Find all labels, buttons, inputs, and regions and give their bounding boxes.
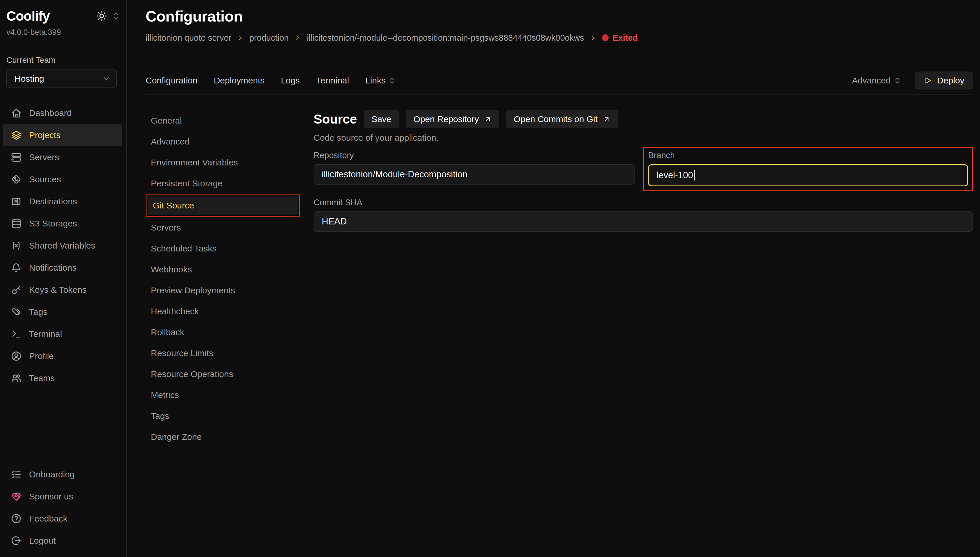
sidebar-item-label: Terminal [29, 329, 62, 339]
checklist-icon [11, 469, 21, 480]
tags-icon [11, 307, 21, 317]
git-source-icon [11, 174, 21, 185]
open-repository-button[interactable]: Open Repository [406, 110, 499, 128]
sidebar-item-teams[interactable]: Teams [7, 367, 120, 389]
save-button[interactable]: Save [364, 110, 399, 128]
tab-configuration[interactable]: Configuration [146, 76, 197, 85]
sidebar-item-label: Profile [29, 351, 54, 361]
status-text: Exited [613, 33, 638, 43]
theme-sun-icon[interactable] [96, 10, 107, 21]
chevron-right-icon [237, 34, 244, 42]
sidebar-item-label: Dashboard [29, 108, 72, 118]
main-content: Configuration illicitonion quote server … [128, 0, 980, 557]
breadcrumb: illicitonion quote server production ill… [146, 32, 973, 44]
tab-logs[interactable]: Logs [281, 76, 300, 85]
sidebar-item-sponsor-us[interactable]: Sponsor us [7, 485, 120, 508]
sidebar-item-label: Onboarding [29, 469, 75, 479]
bell-icon [11, 262, 21, 273]
sidebar-item-dashboard[interactable]: Dashboard [7, 102, 120, 124]
user-circle-icon [11, 351, 21, 362]
sidebar-item-sources[interactable]: Sources [7, 168, 120, 191]
external-link-icon [484, 116, 492, 123]
sidebar-item-logout[interactable]: Logout [7, 530, 120, 552]
sidebar-item-label: Feedback [29, 514, 67, 524]
sidebar-item-label: Notifications [29, 263, 76, 273]
subnav-item-advanced[interactable]: Advanced [146, 131, 300, 152]
subnav-item-danger-zone[interactable]: Danger Zone [146, 427, 300, 448]
subnav-item-git-source[interactable]: Git Source [148, 197, 297, 215]
app-version: v4.0.0-beta.399 [7, 28, 120, 37]
chevron-down-icon [102, 75, 111, 83]
subnav-item-webhooks[interactable]: Webhooks [146, 259, 300, 280]
repository-input[interactable]: illicitestonion/Module-Decomposition [314, 164, 635, 185]
breadcrumb-project[interactable]: illicitonion quote server [146, 33, 231, 43]
sidebar-item-servers[interactable]: Servers [7, 146, 120, 168]
sidebar-item-label: Servers [29, 152, 59, 162]
key-icon [11, 285, 21, 295]
sidebar-item-onboarding[interactable]: Onboarding [7, 463, 120, 485]
sidebar-item-terminal[interactable]: Terminal [7, 323, 120, 345]
subnav-item-healthcheck[interactable]: Healthcheck [146, 301, 300, 322]
subnav-item-environment-variables[interactable]: Environment Variables [146, 152, 300, 173]
sidebar-item-label: Teams [29, 373, 55, 383]
home-icon [11, 108, 21, 118]
sidebar-item-feedback[interactable]: Feedback [7, 508, 120, 530]
sidebar-item-keys-tokens[interactable]: Keys & Tokens [7, 279, 120, 301]
breadcrumb-environment[interactable]: production [249, 33, 289, 43]
sidebar-item-tags[interactable]: Tags [7, 301, 120, 323]
variables-icon [11, 240, 21, 251]
chevrons-up-down-icon [894, 77, 901, 84]
logout-icon [11, 536, 21, 546]
map-icon [11, 196, 21, 207]
sidebar-item-label: S3 Storages [29, 218, 77, 228]
sidebar-item-profile[interactable]: Profile [7, 345, 120, 367]
section-description: Code source of your application. [314, 133, 973, 143]
tabs-row: Configuration Deployments Logs Terminal … [146, 72, 973, 90]
sidebar-item-label: Keys & Tokens [29, 285, 87, 295]
help-circle-icon [11, 513, 21, 524]
git-source-annotation-box: Git Source [146, 194, 300, 217]
terminal-icon [11, 329, 21, 339]
subnav-item-tags[interactable]: Tags [146, 406, 300, 427]
users-icon [11, 373, 21, 383]
page-title: Configuration [146, 8, 973, 24]
play-icon [923, 76, 932, 85]
subnav-item-resource-limits[interactable]: Resource Limits [146, 343, 300, 364]
team-select[interactable]: Hosting [7, 70, 117, 88]
current-team-label: Current Team [7, 55, 120, 65]
tab-links[interactable]: Links [365, 76, 396, 85]
section-title: Source [314, 112, 357, 127]
database-icon [11, 218, 21, 229]
subnav-item-scheduled-tasks[interactable]: Scheduled Tasks [146, 238, 300, 259]
tab-terminal[interactable]: Terminal [316, 76, 349, 85]
status-badge: Exited [602, 33, 638, 43]
subnav-item-servers[interactable]: Servers [146, 217, 300, 238]
subnav-item-metrics[interactable]: Metrics [146, 384, 300, 406]
deploy-button[interactable]: Deploy [915, 72, 973, 90]
open-commits-button[interactable]: Open Commits on Git [506, 110, 618, 128]
advanced-dropdown[interactable]: Advanced [852, 76, 901, 85]
commit-sha-input[interactable]: HEAD [314, 211, 973, 232]
commit-sha-field: Commit SHA HEAD [314, 198, 973, 232]
theme-switcher-chevrons-icon[interactable] [112, 12, 120, 20]
sidebar-item-notifications[interactable]: Notifications [7, 257, 120, 279]
sidebar-item-label: Projects [29, 130, 60, 140]
sidebar-item-shared-variables[interactable]: Shared Variables [7, 235, 120, 257]
branch-annotation-box: Branch level-100 [643, 147, 973, 191]
subnav-item-resource-operations[interactable]: Resource Operations [146, 364, 300, 384]
sidebar-item-projects[interactable]: Projects [3, 124, 122, 146]
subnav-item-preview-deployments[interactable]: Preview Deployments [146, 280, 300, 301]
breadcrumb-resource[interactable]: illicitestonion/-module--decomposition:m… [307, 33, 584, 43]
external-link-icon [603, 116, 610, 123]
commit-sha-label: Commit SHA [314, 198, 973, 207]
text-cursor [694, 170, 695, 181]
subnav-item-persistent-storage[interactable]: Persistent Storage [146, 173, 300, 194]
sidebar-item-s3-storages[interactable]: S3 Storages [7, 212, 120, 235]
subnav-item-rollback[interactable]: Rollback [146, 322, 300, 343]
branch-input[interactable]: level-100 [648, 164, 968, 186]
sidebar-item-destinations[interactable]: Destinations [7, 191, 120, 212]
sidebar: Coolify v4.0.0-beta.399 Current Team Hos… [0, 0, 127, 557]
source-panel: Source Save Open Repository Open Commits… [314, 110, 973, 448]
tab-deployments[interactable]: Deployments [214, 76, 265, 85]
subnav-item-general[interactable]: General [146, 110, 300, 131]
